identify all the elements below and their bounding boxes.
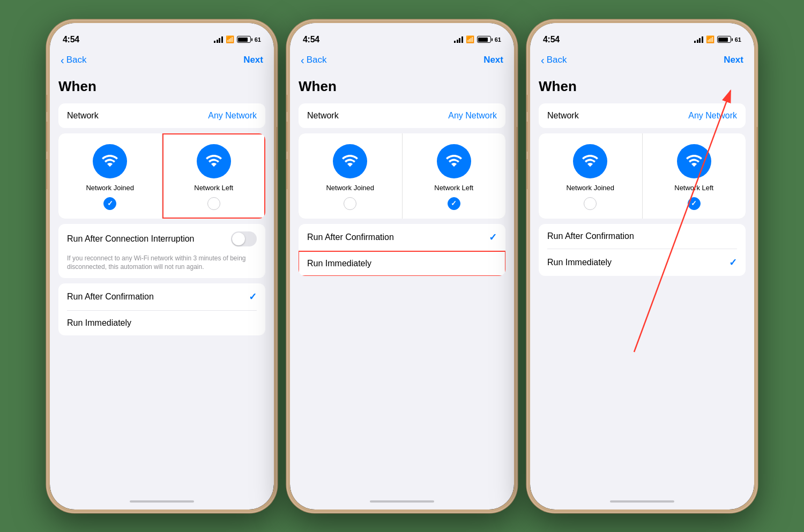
network-left-icon [197,144,231,178]
network-left-radio[interactable] [448,197,460,210]
network-label: Network [547,111,579,121]
mute-button [47,95,47,112]
next-button[interactable]: Next [724,55,743,65]
signal-icon [454,36,463,43]
network-value: Any Network [208,111,257,121]
next-button[interactable]: Next [483,55,503,65]
back-label[interactable]: Back [307,55,327,65]
network-joined-radio[interactable] [584,197,597,210]
network-left-icon [677,144,711,178]
run-after-confirmation-check: ✓ [489,231,497,243]
network-joined-label: Network Joined [566,184,614,192]
network-row[interactable]: Network Any Network [58,103,265,128]
run-immediately-label: Run Immediately [307,259,371,268]
back-button[interactable]: ‹ Back [301,54,326,66]
network-left-option[interactable]: Network Left [643,133,746,219]
run-options-card: Run After Confirmation ✓ Run Immediately [58,283,265,335]
home-bar [370,500,434,503]
back-button[interactable]: ‹ Back [541,54,567,66]
network-row[interactable]: Network Any Network [299,103,505,128]
network-label: Network [307,111,339,121]
back-chevron-icon: ‹ [301,54,304,66]
network-left-option[interactable]: Network Left [403,133,506,219]
status-icons: 📶 61 [694,35,741,43]
run-after-confirmation-check: ✓ [249,291,257,303]
run-options-card: Run After Confirmation ✓ Run Immediately [299,224,505,276]
network-left-option[interactable]: Network Left [162,133,266,219]
content-area: When Network Any Network [290,73,514,493]
battery-level: 61 [255,36,261,43]
toggle-card: Run After Connection Interruption If you… [58,224,265,279]
power-button [517,127,517,170]
status-bar: 4:54 📶 61 [530,23,754,50]
back-button[interactable]: ‹ Back [61,54,86,66]
network-left-radio[interactable] [688,197,701,210]
run-after-confirmation-row[interactable]: Run After Confirmation ✓ [299,224,505,251]
volume-up-button [47,122,47,152]
run-after-confirmation-label: Run After Confirmation [547,231,634,241]
run-immediately-label: Run Immediately [547,258,612,267]
run-immediately-row[interactable]: Run Immediately [58,311,265,335]
network-options-card: Network Joined Network Lef [58,133,265,219]
toggle-label: Run After Connection Interruption [67,234,194,244]
back-chevron-icon: ‹ [61,54,64,66]
toggle-row[interactable]: Run After Connection Interruption [58,224,265,254]
back-label[interactable]: Back [547,55,567,65]
status-bar: 4:54 📶 61 [290,23,514,50]
volume-up-button [527,122,527,152]
network-value: Any Network [448,111,497,121]
volume-down-button [47,159,47,189]
network-card[interactable]: Network Any Network [539,103,746,128]
phone-2: 4:54 📶 61 [287,20,517,513]
power-button [757,127,757,170]
next-button[interactable]: Next [243,55,263,65]
network-card[interactable]: Network Any Network [58,103,265,128]
status-time: 4:54 [543,35,560,44]
battery-level: 61 [495,36,501,43]
mute-button [287,95,287,112]
signal-icon [214,36,223,43]
run-after-confirmation-row[interactable]: Run After Confirmation ✓ [58,283,265,310]
mute-button [527,95,527,112]
network-joined-radio[interactable] [103,197,116,210]
network-card[interactable]: Network Any Network [299,103,505,128]
run-immediately-row[interactable]: Run Immediately [299,251,505,276]
volume-up-button [287,122,287,152]
home-bar [130,500,194,503]
network-joined-option[interactable]: Network Joined [299,133,402,219]
nav-bar: ‹ Back Next [530,50,754,73]
network-joined-radio[interactable] [344,197,356,210]
network-left-label: Network Left [434,184,473,192]
home-indicator [50,493,274,509]
page-title: When [58,78,265,95]
network-row[interactable]: Network Any Network [539,103,746,128]
network-left-radio[interactable] [207,197,220,210]
back-label[interactable]: Back [66,55,87,65]
network-left-icon [437,144,471,178]
home-bar [610,500,674,503]
network-joined-icon [573,144,607,178]
status-icons: 📶 61 [454,35,501,43]
network-joined-option[interactable]: Network Joined [539,133,642,219]
nav-bar: ‹ Back Next [290,50,514,73]
network-joined-option[interactable]: Network Joined [58,133,162,219]
back-chevron-icon: ‹ [541,54,545,66]
status-time: 4:54 [63,35,79,44]
wifi-icon: 📶 [706,35,714,43]
network-grid: Network Joined Network Lef [539,133,746,219]
toggle-switch[interactable] [231,231,257,246]
page-title: When [539,78,746,95]
network-options-card: Network Joined Network Lef [539,133,746,219]
run-after-confirmation-row[interactable]: Run After Confirmation [539,224,746,249]
run-immediately-row[interactable]: Run Immediately ✓ [539,249,746,276]
network-joined-label: Network Joined [326,184,374,192]
network-grid: Network Joined Network Lef [299,133,505,219]
content-area: When Network Any Network [530,73,754,493]
toggle-thumb [232,233,245,245]
network-options-card: Network Joined Network Lef [299,133,505,219]
battery-icon [477,36,491,43]
phone-3: 4:54 📶 61 [527,20,757,513]
home-indicator [530,493,754,509]
run-after-confirmation-label: Run After Confirmation [67,292,154,302]
phone-1: 4:54 📶 61 [47,20,277,513]
